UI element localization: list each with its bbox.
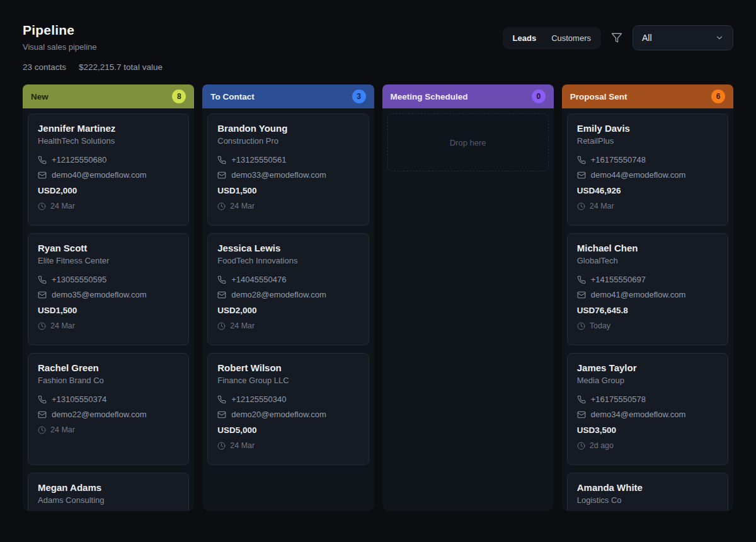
phone-icon [38, 395, 47, 404]
email-row: demo33@emodeflow.com [217, 170, 358, 180]
phone-row: +16175550578 [577, 395, 718, 404]
pipeline-column: To Contact 3 Brandon Young Construction … [202, 84, 374, 511]
contact-company: HealthTech Solutions [38, 136, 179, 146]
phone-number: +16175550748 [591, 155, 646, 164]
column-header: Proposal Sent 6 [562, 84, 733, 108]
phone-row: +12125550340 [217, 395, 358, 404]
total-value: $222,215.7 total value [79, 62, 163, 72]
email-address: demo44@emodeflow.com [591, 170, 686, 180]
contact-card[interactable]: James Taylor Media Group +16175550578 de… [567, 353, 728, 465]
email-address: demo20@emodeflow.com [231, 410, 326, 419]
date-row: 24 Mar [38, 321, 179, 330]
contact-company: Fashion Brand Co [38, 376, 179, 385]
date-row: 24 Mar [38, 202, 179, 210]
phone-icon [38, 156, 47, 164]
date-text: 24 Mar [50, 425, 75, 434]
email-address: demo41@emodeflow.com [591, 290, 686, 299]
date-text: 24 Mar [230, 321, 255, 330]
contact-details: +13105550374 demo22@emodeflow.com [38, 395, 179, 419]
date-text: 24 Mar [230, 202, 255, 210]
column-title: New [31, 92, 49, 101]
contact-company: Construction Pro [217, 136, 358, 146]
phone-number: +13125550561 [231, 155, 286, 164]
clock-icon [38, 426, 46, 434]
contact-name: Ryan Scott [38, 243, 179, 253]
mail-icon [577, 291, 586, 299]
phone-number: +12125550340 [231, 395, 286, 404]
dropdown-value: All [642, 33, 652, 43]
phone-icon [577, 156, 586, 164]
contact-company: Logistics Co [577, 495, 718, 505]
deal-value: USD46,926 [577, 186, 718, 195]
contact-card[interactable]: Robert Wilson Finance Group LLC +1212555… [207, 353, 369, 465]
column-body[interactable]: Jennifer Martinez HealthTech Solutions +… [23, 108, 194, 511]
phone-number: +16175550578 [591, 395, 646, 404]
phone-number: +12125550680 [52, 155, 106, 164]
contact-card[interactable]: Jessica Lewis FoodTech Innovations +1404… [207, 233, 369, 345]
column-title: To Contact [210, 92, 255, 101]
drop-zone[interactable]: Drop here [387, 113, 549, 171]
tab-leads[interactable]: Leads [507, 30, 543, 46]
email-row: demo28@emodeflow.com [217, 290, 358, 299]
contact-card[interactable]: Emily Davis RetailPlus +16175550748 demo… [567, 113, 728, 226]
column-count-badge: 0 [532, 89, 546, 103]
column-title: Proposal Sent [570, 92, 627, 101]
date-row: 24 Mar [217, 202, 358, 210]
contact-name: Amanda White [577, 482, 718, 493]
contact-card[interactable]: Jennifer Martinez HealthTech Solutions +… [28, 113, 189, 226]
contact-details: +12125550340 demo20@emodeflow.com [217, 395, 358, 419]
date-text: 24 Mar [230, 441, 255, 450]
mail-icon [38, 171, 47, 180]
date-row: 24 Mar [217, 441, 358, 450]
phone-row: +12125550680 [38, 155, 179, 164]
mail-icon [38, 410, 47, 419]
mail-icon [217, 410, 226, 419]
deal-value: USD2,000 [38, 186, 179, 195]
email-address: demo22@emodeflow.com [52, 410, 147, 419]
phone-icon [217, 395, 226, 404]
contact-card[interactable]: Megan Adams Adams Consulting +1512555028… [28, 473, 189, 511]
contact-company: FoodTech Innovations [217, 256, 358, 265]
contact-details: +13055550595 demo35@emodeflow.com [38, 275, 179, 299]
page-title: Pipeline [23, 23, 97, 38]
contact-card[interactable]: Amanda White Logistics Co +12025550442 [567, 473, 728, 511]
date-row: 24 Mar [217, 321, 358, 330]
deal-value: USD1,500 [38, 306, 179, 315]
phone-icon [217, 156, 226, 164]
column-count-badge: 3 [352, 89, 366, 103]
mail-icon [577, 171, 586, 180]
mail-icon [38, 291, 47, 299]
clock-icon [38, 202, 46, 210]
tab-customers[interactable]: Customers [545, 30, 597, 46]
email-address: demo33@emodeflow.com [231, 170, 326, 180]
contact-card[interactable]: Ryan Scott Elite Fitness Center +1305555… [28, 233, 189, 345]
column-title: Meeting Scheduled [391, 92, 468, 101]
funnel-icon [611, 32, 622, 43]
contact-card[interactable]: Michael Chen GlobalTech +14155550697 dem… [567, 233, 728, 345]
email-row: demo20@emodeflow.com [217, 410, 358, 419]
filter-button[interactable] [610, 31, 624, 45]
phone-row: +14155550697 [577, 275, 718, 284]
date-text: 24 Mar [50, 202, 75, 210]
contact-details: +16175550578 demo34@emodeflow.com [577, 395, 718, 419]
phone-row: +13125550561 [217, 155, 358, 164]
email-address: demo28@emodeflow.com [231, 290, 326, 299]
email-row: demo34@emodeflow.com [577, 410, 718, 419]
contact-name: Emily Davis [577, 123, 718, 134]
filter-dropdown[interactable]: All [633, 25, 733, 50]
phone-number: +13105550374 [52, 395, 106, 404]
contact-company: Elite Fitness Center [38, 256, 179, 265]
title-block: Pipeline Visual sales pipeline [23, 23, 97, 52]
email-address: demo34@emodeflow.com [591, 410, 686, 419]
column-body[interactable]: Brandon Young Construction Pro +13125550… [202, 108, 374, 511]
contact-card[interactable]: Rachel Green Fashion Brand Co +131055503… [28, 353, 189, 465]
column-body[interactable]: Drop here [382, 108, 554, 511]
column-body[interactable]: Emily Davis RetailPlus +16175550748 demo… [562, 108, 733, 511]
contact-card[interactable]: Brandon Young Construction Pro +13125550… [207, 113, 369, 226]
contact-company: Finance Group LLC [217, 376, 358, 385]
contact-name: Rachel Green [38, 362, 179, 373]
contact-name: Michael Chen [577, 243, 718, 253]
page-subtitle: Visual sales pipeline [23, 42, 97, 52]
phone-row: +13055550595 [38, 275, 179, 284]
contact-company: Adams Consulting [38, 495, 179, 505]
